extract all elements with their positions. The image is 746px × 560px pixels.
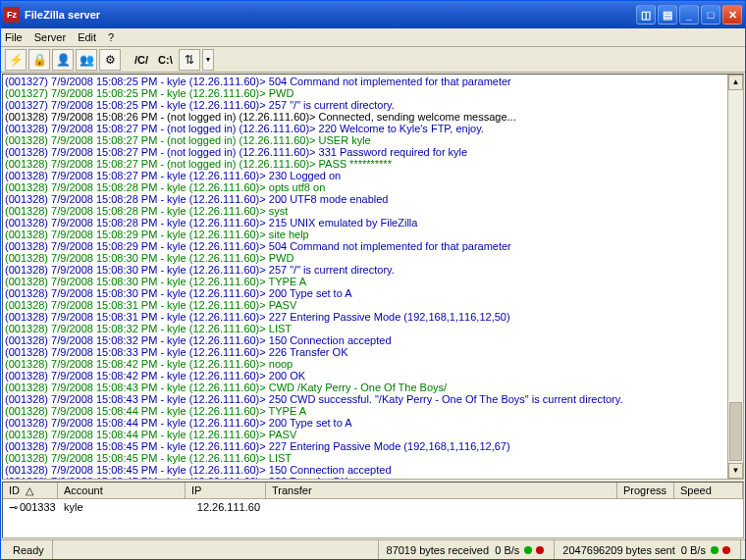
status-ready: Ready — [5, 540, 53, 559]
log-scrollbar[interactable]: ▲ ▼ — [727, 75, 743, 479]
app-icon: Fz — [4, 7, 20, 23]
log-line: (001328) 7/9/2008 15:08:33 PM - kyle (12… — [5, 346, 741, 358]
log-line: (001328) 7/9/2008 15:08:27 PM - (not log… — [5, 146, 741, 158]
header-ip[interactable]: IP — [186, 483, 266, 498]
scroll-up-icon[interactable]: ▲ — [728, 75, 743, 90]
scroll-thumb[interactable] — [729, 402, 742, 461]
log-line: (001328) 7/9/2008 15:08:32 PM - kyle (12… — [5, 323, 741, 334]
header-transfer[interactable]: Transfer — [266, 483, 617, 498]
log-line: (001328) 7/9/2008 15:08:28 PM - kyle (12… — [5, 217, 741, 229]
drive-win-label[interactable]: C:\ — [154, 54, 177, 66]
cell-ip: 12.26.111.60 — [186, 500, 266, 514]
log-line: (001328) 7/9/2008 15:08:26 PM - (not log… — [5, 111, 741, 123]
status-bar: Ready 87019 bytes received 0 B/s 2047696… — [1, 539, 745, 559]
log-line: (001328) 7/9/2008 15:08:43 PM - kyle (12… — [5, 382, 741, 393]
window-title: FileZilla server — [25, 9, 636, 21]
log-line: (001328) 7/9/2008 15:08:29 PM - kyle (12… — [5, 229, 741, 240]
status-received: 87019 bytes received 0 B/s — [379, 540, 556, 559]
restore-button[interactable]: ◫ — [636, 5, 656, 25]
settings-icon[interactable]: ⚙ — [99, 49, 121, 71]
menu-file[interactable]: File — [5, 31, 23, 43]
table-row[interactable]: 001333 kyle 12.26.111.60 — [3, 499, 743, 515]
lock-icon[interactable]: 🔒 — [28, 49, 50, 71]
group-icon[interactable]: 👥 — [76, 49, 97, 71]
log-panel: (001327) 7/9/2008 15:08:25 PM - kyle (12… — [2, 74, 744, 480]
log-line: (001327) 7/9/2008 15:08:25 PM - kyle (12… — [5, 99, 741, 111]
dropdown-icon[interactable]: ▾ — [202, 49, 214, 71]
header-speed[interactable]: Speed — [674, 483, 743, 498]
menu-bar: File Server Edit ? — [1, 28, 745, 47]
header-id[interactable]: ID △ — [3, 483, 58, 498]
log-line: (001328) 7/9/2008 15:08:27 PM - (not log… — [5, 123, 741, 134]
log-line: (001328) 7/9/2008 15:08:45 PM - kyle (12… — [5, 452, 741, 464]
log-line: (001328) 7/9/2008 15:08:27 PM - kyle (12… — [5, 170, 741, 181]
scroll-track[interactable] — [728, 90, 743, 463]
minimize-button[interactable]: _ — [679, 5, 699, 25]
menu-edit[interactable]: Edit — [78, 31, 96, 43]
sort-icon[interactable]: ⇅ — [179, 49, 200, 71]
status-sent: 2047696209 bytes sent 0 B/s — [555, 540, 741, 559]
log-line: (001328) 7/9/2008 15:08:45 PM - kyle (12… — [5, 476, 741, 480]
log-line: (001328) 7/9/2008 15:08:30 PM - kyle (12… — [5, 252, 741, 264]
cell-speed — [674, 506, 743, 508]
cell-transfer — [266, 506, 617, 508]
log-line: (001328) 7/9/2008 15:08:28 PM - kyle (12… — [5, 193, 741, 205]
log-line: (001327) 7/9/2008 15:08:25 PM - kyle (12… — [5, 87, 741, 99]
log-line: (001328) 7/9/2008 15:08:44 PM - kyle (12… — [5, 417, 741, 429]
maximize-button[interactable]: □ — [701, 5, 720, 25]
log-line: (001328) 7/9/2008 15:08:45 PM - kyle (12… — [5, 440, 741, 452]
tray-button[interactable]: ▤ — [658, 5, 677, 25]
log-line: (001328) 7/9/2008 15:08:30 PM - kyle (12… — [5, 276, 741, 287]
log-line: (001328) 7/9/2008 15:08:44 PM - kyle (12… — [5, 405, 741, 417]
title-bar: Fz FileZilla server ◫ ▤ _ □ ✕ — [1, 1, 745, 28]
log-line: (001328) 7/9/2008 15:08:28 PM - kyle (12… — [5, 205, 741, 217]
log-line: (001328) 7/9/2008 15:08:27 PM - (not log… — [5, 158, 741, 170]
cell-account: kyle — [58, 500, 186, 514]
log-line: (001328) 7/9/2008 15:08:30 PM - kyle (12… — [5, 287, 741, 299]
lightning-icon[interactable]: ⚡ — [5, 49, 27, 71]
recv-led-icon — [524, 546, 532, 554]
log-line: (001328) 7/9/2008 15:08:27 PM - (not log… — [5, 134, 741, 146]
cell-id: 001333 — [3, 500, 58, 515]
log-line: (001328) 7/9/2008 15:08:31 PM - kyle (12… — [5, 311, 741, 323]
window-buttons: ◫ ▤ _ □ ✕ — [636, 5, 742, 25]
header-progress[interactable]: Progress — [617, 483, 674, 498]
user-icon[interactable]: 👤 — [52, 49, 74, 71]
log-line: (001328) 7/9/2008 15:08:32 PM - kyle (12… — [5, 334, 741, 346]
menu-help[interactable]: ? — [108, 31, 114, 43]
log-line: (001328) 7/9/2008 15:08:42 PM - kyle (12… — [5, 358, 741, 370]
drive-unix-label[interactable]: /C/ — [131, 54, 152, 66]
log-line: (001328) 7/9/2008 15:08:30 PM - kyle (12… — [5, 264, 741, 276]
sent-led2-icon — [722, 546, 730, 554]
log-line: (001328) 7/9/2008 15:08:43 PM - kyle (12… — [5, 393, 741, 405]
log-line: (001328) 7/9/2008 15:08:45 PM - kyle (12… — [5, 464, 741, 476]
toolbar: ⚡ 🔒 👤 👥 ⚙ /C/ C:\ ⇅ ▾ — [1, 47, 745, 73]
scroll-down-icon[interactable]: ▼ — [728, 463, 743, 479]
grid-body: 001333 kyle 12.26.111.60 — [3, 499, 743, 537]
header-account[interactable]: Account — [58, 483, 186, 498]
log-line: (001328) 7/9/2008 15:08:28 PM - kyle (12… — [5, 181, 741, 193]
sent-led-icon — [711, 546, 719, 554]
log-line: (001328) 7/9/2008 15:08:44 PM - kyle (12… — [5, 429, 741, 440]
menu-server[interactable]: Server — [34, 31, 66, 43]
recv-led2-icon — [536, 546, 544, 554]
cell-progress — [617, 506, 674, 508]
log-line: (001328) 7/9/2008 15:08:42 PM - kyle (12… — [5, 370, 741, 382]
log-line: (001328) 7/9/2008 15:08:29 PM - kyle (12… — [5, 240, 741, 252]
connections-grid: ID △ Account IP Transfer Progress Speed … — [2, 482, 744, 538]
log-line: (001328) 7/9/2008 15:08:31 PM - kyle (12… — [5, 299, 741, 311]
grid-header: ID △ Account IP Transfer Progress Speed — [3, 483, 743, 499]
close-button[interactable]: ✕ — [722, 5, 742, 25]
log-line: (001327) 7/9/2008 15:08:25 PM - kyle (12… — [5, 76, 741, 87]
